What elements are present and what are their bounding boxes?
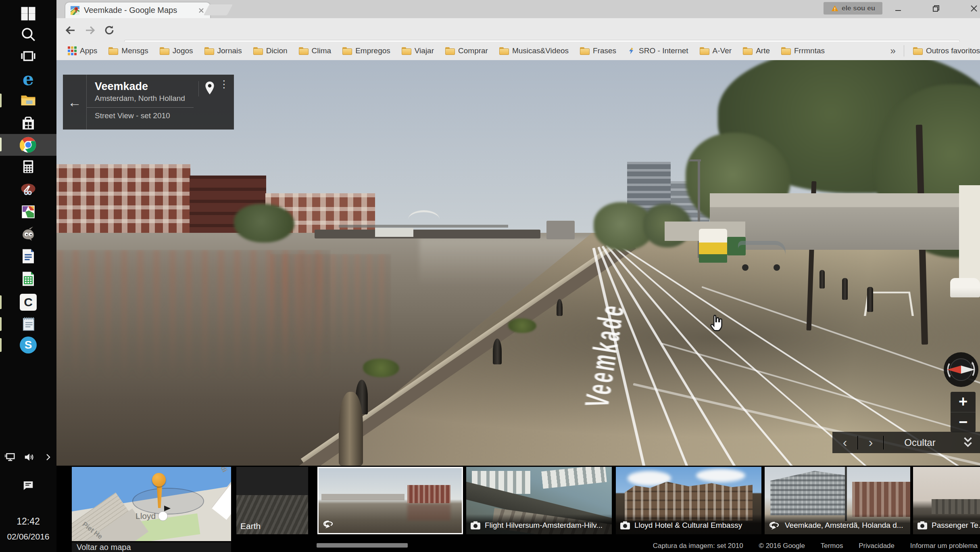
- next-thumbnail-button[interactable]: ›: [858, 435, 883, 450]
- bookmark-musicas-videos[interactable]: Musicas&Videos: [494, 44, 574, 58]
- notepad-button[interactable]: [0, 313, 56, 335]
- barge-row: [315, 230, 540, 238]
- bookmark-dicion[interactable]: Dicion: [248, 44, 293, 58]
- bookmark-frrmntas[interactable]: Frrmntas: [776, 44, 830, 58]
- bookmark-clima[interactable]: Clima: [293, 44, 337, 58]
- back-to-map-button[interactable]: ←: [63, 75, 87, 130]
- thumbnail-veemkade[interactable]: Veemkade, Amsterdã, Holanda d...: [765, 467, 910, 534]
- thumbnail-map[interactable]: Verbindi Piet He Lloyd: [72, 467, 231, 541]
- thumbnail-flight[interactable]: Flight Hilversum-Amsterdam-Hilv...: [466, 467, 612, 534]
- bookmark-label: A-Ver: [713, 46, 732, 55]
- thumbnail-caption: Passenger Te...: [932, 521, 980, 530]
- photos-app-button[interactable]: [0, 201, 56, 223]
- place-pin-button[interactable]: [198, 81, 215, 96]
- bookmark-empregos[interactable]: Empregos: [337, 44, 396, 58]
- store-icon: [20, 115, 37, 132]
- calc-button[interactable]: [0, 268, 56, 290]
- calculator-button[interactable]: [0, 156, 56, 178]
- skype-icon: S: [20, 337, 37, 353]
- search-button[interactable]: [0, 23, 56, 45]
- gimp-button[interactable]: [0, 223, 56, 245]
- skype-button[interactable]: S: [0, 334, 56, 356]
- minimize-icon: [893, 4, 903, 13]
- camtasia-button[interactable]: C: [0, 291, 56, 313]
- snipping-tool-icon: [20, 182, 37, 199]
- street-view-panorama[interactable]: Veemkade ← Veemkade Amsterdam, North Hol…: [56, 60, 980, 466]
- boat-cabin: [546, 221, 575, 239]
- zoom-in-button[interactable]: +: [951, 392, 976, 412]
- tray-expand-chevron-icon[interactable]: [43, 452, 53, 462]
- bookmark-comprar[interactable]: Comprar: [440, 44, 494, 58]
- thumbnail-lloyd-hotel[interactable]: Lloyd Hotel & Cultural Embassy: [616, 467, 761, 534]
- compass-control[interactable]: [943, 351, 979, 388]
- thumbnail-earth[interactable]: Earth: [236, 467, 308, 534]
- bookmark-label: Frases: [593, 46, 616, 55]
- cloud-2: [696, 469, 746, 482]
- notepad-icon: [20, 316, 37, 332]
- bookmark-viajar[interactable]: Viajar: [396, 44, 440, 58]
- bookmark-frases[interactable]: Frases: [574, 44, 622, 58]
- tab-veemkade[interactable]: Veemkade - Google Maps: [65, 2, 210, 18]
- restore-button[interactable]: [924, 0, 948, 17]
- task-view-button[interactable]: [0, 45, 56, 67]
- bookmarks-overflow-chevron[interactable]: »: [886, 45, 901, 56]
- bookmark-a-ver[interactable]: A-Ver: [694, 44, 738, 58]
- forward-button[interactable]: [81, 23, 98, 38]
- privacy-link[interactable]: Privacidade: [859, 542, 895, 550]
- back-arrow-icon: [65, 24, 77, 36]
- card-menu-button[interactable]: ⋮: [219, 81, 229, 87]
- pano-skyline: [321, 494, 405, 500]
- thumbnail-current-pano[interactable]: [317, 467, 463, 534]
- collapse-strip-button[interactable]: [956, 436, 980, 450]
- modern-building: [770, 471, 846, 515]
- bookmark-jogos[interactable]: Jogos: [154, 44, 199, 58]
- other-bookmarks[interactable]: Outros favoritos: [907, 44, 980, 58]
- folder-icon: [700, 47, 709, 55]
- bookmark-jornais[interactable]: Jornais: [199, 44, 248, 58]
- tray-time[interactable]: 12:42: [0, 516, 56, 527]
- writer-button[interactable]: [0, 245, 56, 267]
- new-tab-button[interactable]: [204, 4, 233, 15]
- back-to-map-caption[interactable]: Voltar ao mapa: [72, 542, 231, 552]
- reload-button[interactable]: [101, 23, 118, 38]
- thumbnail-passenger-terminal[interactable]: Passenger Te...: [913, 467, 980, 534]
- tab-close-icon[interactable]: [197, 6, 205, 15]
- chrome-button[interactable]: [0, 134, 56, 156]
- zoom-out-button[interactable]: −: [951, 412, 976, 433]
- action-center-icon[interactable]: [22, 479, 34, 491]
- network-icon[interactable]: [4, 451, 16, 463]
- aerial-buildings-2: [541, 467, 607, 489]
- browser-titlebar: Veemkade - Google Maps ele sou eu: [56, 0, 980, 18]
- store-button[interactable]: [0, 112, 56, 134]
- 360-icon: [769, 521, 781, 530]
- hide-thumbnails-button[interactable]: Ocultar: [884, 437, 956, 448]
- bookmarks-bar: Apps Mensgs Jogos Jornais Dicion Clima E…: [56, 42, 980, 61]
- report-problem-link[interactable]: Informar um problema: [910, 542, 978, 550]
- hotel-badge-icon: [158, 511, 168, 521]
- file-explorer-button[interactable]: [0, 90, 56, 111]
- minimize-button[interactable]: [886, 0, 910, 17]
- folder-icon: [913, 47, 923, 55]
- start-button[interactable]: [0, 2, 56, 24]
- bookmark-sro-internet[interactable]: SRO - Internet: [622, 44, 694, 58]
- photos-collage-icon: [20, 203, 37, 220]
- thumbnail-caption: Flight Hilversum-Amsterdam-Hilv...: [485, 521, 603, 530]
- back-button[interactable]: [62, 23, 79, 38]
- thumbnail-scrollbar[interactable]: [317, 543, 408, 548]
- bookmark-apps[interactable]: Apps: [62, 44, 103, 58]
- bookmark-mensgs[interactable]: Mensgs: [103, 44, 154, 58]
- volume-icon[interactable]: [23, 451, 35, 463]
- bookmark-label: Dicion: [266, 46, 288, 55]
- terms-link[interactable]: Termos: [821, 542, 843, 550]
- snipping-tool-button[interactable]: [0, 179, 56, 201]
- desktop: e: [0, 0, 980, 552]
- edge-button[interactable]: e: [0, 68, 56, 90]
- bookmarks-divider: [904, 45, 904, 56]
- bookmark-arte[interactable]: Arte: [737, 44, 776, 58]
- tray-date[interactable]: 02/06/2016: [0, 532, 56, 542]
- close-button[interactable]: [962, 0, 980, 17]
- wooden-dolphin-post: [339, 392, 363, 466]
- bollard: [867, 287, 873, 312]
- profile-badge[interactable]: ele sou eu: [824, 2, 882, 15]
- prev-thumbnail-button[interactable]: ‹: [832, 435, 857, 450]
